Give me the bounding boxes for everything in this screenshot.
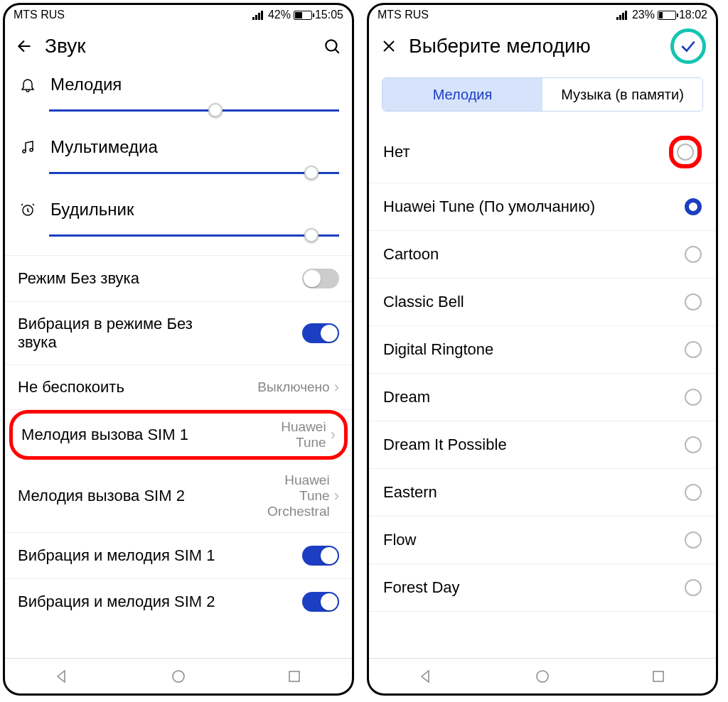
row-value: Выключено bbox=[257, 379, 329, 395]
clock: 18:02 bbox=[679, 9, 707, 21]
phone-sound-settings: MTS RUS 42% 15:05 Звук Мелодия bbox=[3, 3, 354, 696]
chevron-right-icon: › bbox=[331, 426, 336, 444]
header: Звук bbox=[5, 25, 352, 68]
row-vibrate-sim2[interactable]: Вибрация и мелодия SIM 2 bbox=[5, 579, 352, 625]
carrier-label: MTS RUS bbox=[14, 9, 65, 21]
chevron-right-icon: › bbox=[334, 487, 339, 505]
svg-point-1 bbox=[23, 150, 26, 153]
ringtone-row[interactable]: Cartoon bbox=[369, 231, 716, 279]
radio-button[interactable] bbox=[685, 246, 702, 263]
back-icon[interactable] bbox=[15, 36, 35, 56]
row-label: Мелодия вызова SIM 2 bbox=[18, 487, 185, 505]
phone-pick-ringtone: MTS RUS 23% 18:02 Выберите мелодию Мелод… bbox=[367, 3, 718, 696]
signal-icon bbox=[252, 10, 265, 20]
tab-music[interactable]: Музыка (в памяти) bbox=[542, 78, 702, 111]
svg-point-4 bbox=[173, 671, 184, 682]
row-ringtone-sim1[interactable]: Мелодия вызова SIM 1 Huawei Tune › bbox=[9, 410, 348, 460]
page-title: Выберите мелодию bbox=[409, 35, 660, 58]
ringtone-label: Flow bbox=[383, 531, 416, 549]
svg-point-0 bbox=[326, 40, 336, 50]
nav-bar bbox=[369, 658, 716, 693]
battery-pct: 42% bbox=[268, 9, 291, 21]
media-slider[interactable] bbox=[49, 166, 339, 180]
search-icon[interactable] bbox=[322, 36, 342, 56]
page-title: Звук bbox=[45, 35, 312, 58]
status-bar: MTS RUS 42% 15:05 bbox=[5, 5, 352, 25]
svg-point-6 bbox=[537, 671, 548, 682]
header: Выберите мелодию bbox=[369, 25, 716, 68]
ringtone-row[interactable]: Huawei Tune (По умолчанию) bbox=[369, 183, 716, 231]
close-icon[interactable] bbox=[379, 36, 399, 56]
alarm-slider[interactable] bbox=[49, 228, 339, 242]
row-label: Вибрация в режиме Без звука bbox=[18, 315, 231, 352]
ringtone-row[interactable]: Flow bbox=[369, 517, 716, 564]
ringtone-label: Eastern bbox=[383, 483, 437, 502]
nav-back-icon[interactable] bbox=[418, 668, 435, 685]
battery-pct: 23% bbox=[632, 9, 655, 21]
ringtone-row[interactable]: Dream bbox=[369, 374, 716, 421]
radio-highlight bbox=[669, 136, 702, 168]
toggle-silent[interactable] bbox=[302, 269, 339, 288]
status-bar: MTS RUS 23% 18:02 bbox=[369, 5, 716, 25]
svg-point-2 bbox=[30, 148, 33, 151]
ringtone-label: Forest Day bbox=[383, 578, 460, 597]
radio-button[interactable] bbox=[685, 436, 702, 453]
radio-button[interactable] bbox=[685, 198, 702, 215]
row-value: Huawei Tune Orchestral bbox=[252, 472, 330, 519]
row-label: Вибрация и мелодия SIM 1 bbox=[18, 546, 215, 565]
toggle-vib-sim1[interactable] bbox=[302, 546, 339, 566]
ringtone-row[interactable]: Classic Bell bbox=[369, 279, 716, 326]
toggle-vib-sim2[interactable] bbox=[302, 592, 339, 612]
ringtone-row[interactable]: Eastern bbox=[369, 469, 716, 517]
row-label: Мелодия вызова SIM 1 bbox=[21, 426, 188, 444]
ringtone-label: Dream bbox=[383, 388, 430, 406]
confirm-icon[interactable] bbox=[678, 36, 698, 56]
nav-recent-icon[interactable] bbox=[650, 668, 667, 685]
ringtone-slider[interactable] bbox=[49, 103, 339, 117]
ringtone-label: Dream It Possible bbox=[383, 436, 507, 454]
ringtone-label: Cartoon bbox=[383, 245, 439, 264]
tab-segmented: Мелодия Музыка (в памяти) bbox=[382, 77, 703, 112]
ringtone-label: Classic Bell bbox=[383, 293, 464, 311]
bell-icon bbox=[18, 76, 38, 93]
row-label: Режим Без звука bbox=[18, 269, 139, 288]
radio-button[interactable] bbox=[685, 293, 702, 310]
radio-button[interactable] bbox=[685, 579, 702, 596]
row-silent-mode[interactable]: Режим Без звука bbox=[5, 256, 352, 301]
volume-row-ringtone: Мелодия bbox=[5, 68, 352, 130]
volume-label: Мультимедиа bbox=[50, 137, 158, 157]
ringtone-label: Нет bbox=[383, 143, 410, 161]
carrier-label: MTS RUS bbox=[378, 9, 429, 21]
confirm-highlight bbox=[670, 28, 706, 64]
radio-button[interactable] bbox=[685, 484, 702, 501]
radio-button[interactable] bbox=[677, 144, 694, 161]
radio-button[interactable] bbox=[685, 341, 702, 358]
svg-rect-5 bbox=[289, 671, 299, 681]
volume-row-alarm: Будильник bbox=[5, 193, 352, 255]
nav-home-icon[interactable] bbox=[534, 668, 551, 685]
ringtone-list: НетHuawei Tune (По умолчанию)CartoonClas… bbox=[369, 122, 716, 658]
radio-button[interactable] bbox=[685, 531, 702, 549]
toggle-vibrate-silent[interactable] bbox=[302, 323, 339, 343]
clock: 15:05 bbox=[315, 9, 343, 21]
ringtone-row[interactable]: Forest Day bbox=[369, 564, 716, 612]
chevron-right-icon: › bbox=[334, 378, 339, 396]
nav-recent-icon[interactable] bbox=[286, 668, 303, 685]
svg-rect-7 bbox=[653, 671, 663, 681]
volume-label: Мелодия bbox=[50, 75, 122, 94]
nav-back-icon[interactable] bbox=[54, 668, 71, 685]
ringtone-row[interactable]: Dream It Possible bbox=[369, 421, 716, 469]
nav-home-icon[interactable] bbox=[170, 668, 187, 685]
ringtone-row[interactable]: Нет bbox=[369, 122, 716, 183]
row-ringtone-sim2[interactable]: Мелодия вызова SIM 2 Huawei Tune Orchest… bbox=[5, 460, 352, 532]
row-dnd[interactable]: Не беспокоить Выключено › bbox=[5, 365, 352, 409]
row-label: Вибрация и мелодия SIM 2 bbox=[18, 593, 215, 611]
volume-row-media: Мультимедиа bbox=[5, 130, 352, 193]
ringtone-row[interactable]: Digital Ringtone bbox=[369, 326, 716, 374]
row-vibrate-silent[interactable]: Вибрация в режиме Без звука bbox=[5, 302, 352, 364]
row-vibrate-sim1[interactable]: Вибрация и мелодия SIM 1 bbox=[5, 533, 352, 578]
tab-melody[interactable]: Мелодия bbox=[382, 78, 542, 111]
ringtone-label: Huawei Tune (По умолчанию) bbox=[383, 198, 595, 216]
row-value: Huawei Tune bbox=[255, 419, 326, 450]
radio-button[interactable] bbox=[685, 389, 702, 406]
